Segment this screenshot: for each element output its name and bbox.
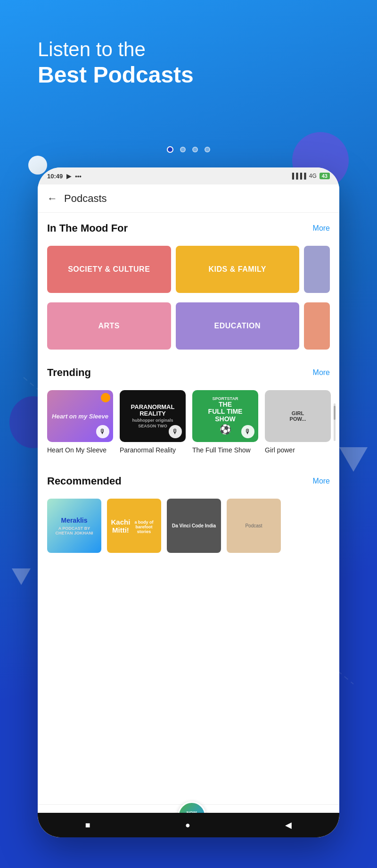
mood-card-partial-2 — [304, 302, 330, 350]
mic-badge-3: 🎙 — [241, 425, 254, 438]
society-label: SOCIETY & CULTURE — [68, 265, 150, 274]
kids-label: KIDS & FAMILY — [209, 265, 266, 274]
trending-header: Trending More — [47, 367, 330, 379]
trending-title: Trending — [47, 367, 91, 379]
trending-thumb-paranormal: PARANORMALREALITY hubhopper originals SE… — [120, 390, 186, 442]
trending-section-header: Trending More — [38, 357, 339, 390]
trending-thumb-fulltime: SPORTSTAR THEFULL TIMESHOW ⚽ 🎙 — [192, 390, 258, 442]
main-content: In The Mood For More SOCIETY & CULTURE K… — [38, 213, 339, 804]
orange-badge — [101, 393, 110, 402]
hero-line2: Best Podcasts — [38, 61, 194, 89]
trending-label-2: Paranormal Reality — [120, 446, 186, 454]
status-time: 10:49 — [47, 173, 63, 180]
trending-label-4: Girl power — [265, 446, 331, 454]
status-dots: ••• — [75, 173, 82, 180]
dot-2[interactable] — [180, 147, 186, 152]
mood-card-partial-1 — [304, 246, 330, 293]
recommended-more-button[interactable]: More — [313, 477, 330, 485]
education-label: EDUCATION — [214, 322, 261, 330]
signal-icon: ▐▐▐▐ — [290, 173, 306, 179]
mood-section-header: In The Mood For More — [38, 213, 339, 246]
list-item[interactable]: SPORTSTAR THEFULL TIMESHOW ⚽ 🎙 The Full … — [192, 390, 258, 454]
trending-label-3: The Full Time Show — [192, 446, 258, 454]
dot-4[interactable] — [205, 147, 210, 152]
hero-line1: Listen to the — [38, 38, 194, 61]
bg-decoration-triangle-left — [12, 568, 31, 585]
list-item[interactable]: Meraklis A PODCAST BY CHETAN JOKHANI — [47, 499, 101, 553]
android-home-button[interactable]: ● — [185, 820, 190, 830]
android-back-button[interactable]: ■ — [85, 820, 90, 830]
android-navigation-bar: ■ ● ◀ — [38, 813, 339, 837]
mood-card-arts[interactable]: ARTS — [47, 302, 171, 350]
scroll-indicator — [334, 403, 336, 441]
dot-3[interactable] — [192, 147, 198, 152]
android-recents-button[interactable]: ◀ — [285, 820, 292, 830]
scroll-thumb — [334, 406, 336, 420]
list-item[interactable]: GIRLPOW... Girl power — [265, 390, 331, 454]
recommended-list: Meraklis A PODCAST BY CHETAN JOKHANI Kac… — [38, 499, 339, 558]
phone-mockup: 10:49 ▶ ••• ▐▐▐▐ 4G 43 ← Podcasts In The… — [38, 167, 339, 837]
rec-thumb-meraklis: Meraklis A PODCAST BY CHETAN JOKHANI — [47, 499, 101, 553]
mic-badge-2: 🎙 — [169, 425, 182, 438]
carousel-dots — [167, 146, 210, 153]
trending-thumb-girlpower: GIRLPOW... — [265, 390, 331, 442]
status-right: ▐▐▐▐ 4G 43 — [290, 173, 330, 179]
bg-decoration-triangle-right — [339, 447, 368, 472]
back-button[interactable]: ← — [47, 192, 57, 205]
mood-title: In The Mood For — [47, 222, 128, 234]
recommended-section-header: Recommended More — [38, 466, 339, 499]
battery-indicator: 43 — [320, 173, 330, 179]
girlpower-thumbnail: GIRLPOW... — [265, 390, 331, 442]
mood-header: In The Mood For More — [47, 222, 330, 234]
hero-section: Listen to the Best Podcasts — [38, 38, 194, 89]
trending-list: Heart on my Sleeve 🎙 Heart On My Sleeve … — [38, 390, 339, 462]
mood-card-education[interactable]: EDUCATION — [176, 302, 300, 350]
mood-card-society[interactable]: SOCIETY & CULTURE — [47, 246, 171, 293]
status-left: 10:49 ▶ ••• — [47, 173, 82, 180]
recommended-header: Recommended More — [47, 475, 330, 487]
list-item[interactable]: Kachi Mitti! a body of barefoot stories — [107, 499, 161, 553]
play-icon: ▶ — [66, 173, 71, 180]
trending-thumb-heart: Heart on my Sleeve 🎙 — [47, 390, 113, 442]
list-item[interactable]: Da Vinci Code India — [167, 499, 221, 553]
mood-row-1: SOCIETY & CULTURE KIDS & FAMILY — [38, 246, 339, 293]
list-item[interactable]: Podcast — [227, 499, 281, 553]
dot-1[interactable] — [167, 146, 173, 153]
mood-row-2: ARTS EDUCATION — [38, 298, 339, 350]
trending-more-button[interactable]: More — [313, 368, 330, 377]
arts-label: ARTS — [98, 322, 120, 330]
mic-badge-1: 🎙 — [96, 425, 109, 438]
mood-card-kids[interactable]: KIDS & FAMILY — [176, 246, 300, 293]
status-bar: 10:49 ▶ ••• ▐▐▐▐ 4G 43 — [38, 167, 339, 184]
app-header: ← Podcasts — [38, 184, 339, 213]
list-item[interactable]: PARANORMALREALITY hubhopper originals SE… — [120, 390, 186, 454]
trending-label-1: Heart On My Sleeve — [47, 446, 113, 454]
rec-thumb-4: Podcast — [227, 499, 281, 553]
list-item[interactable]: Heart on my Sleeve 🎙 Heart On My Sleeve — [47, 390, 113, 454]
rec-thumb-vinci: Da Vinci Code India — [167, 499, 221, 553]
network-type: 4G — [309, 173, 317, 179]
app-title: Podcasts — [64, 192, 107, 205]
rec-thumb-kachi: Kachi Mitti! a body of barefoot stories — [107, 499, 161, 553]
mood-more-button[interactable]: More — [313, 224, 330, 233]
recommended-title: Recommended — [47, 475, 122, 487]
